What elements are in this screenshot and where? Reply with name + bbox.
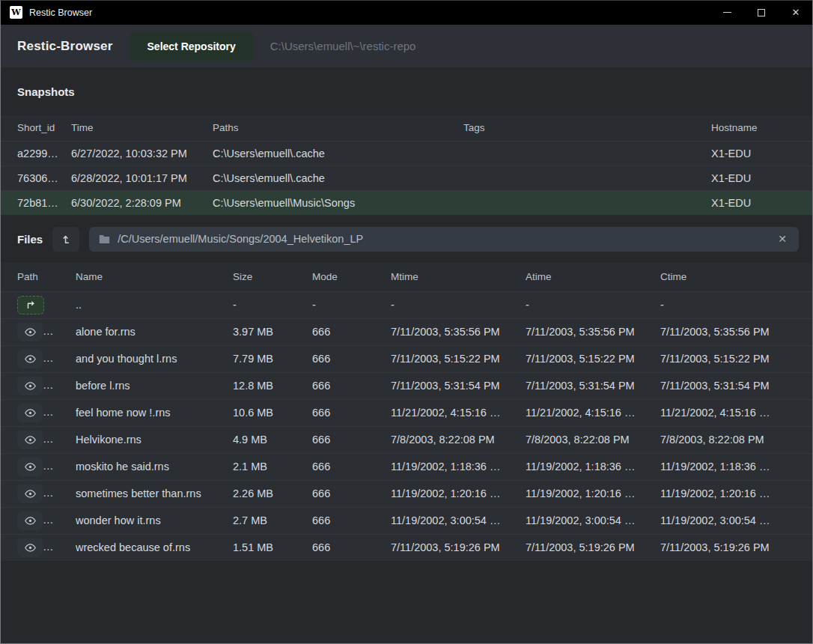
file-atime: 11/19/2002, 1:20:16 …	[526, 480, 660, 507]
parent-row-size: -	[233, 291, 312, 318]
download-icon	[57, 489, 67, 499]
go-up-button[interactable]	[17, 296, 44, 315]
file-atime: 7/11/2003, 5:35:56 PM	[526, 318, 660, 345]
eye-icon	[24, 462, 37, 472]
file-mode: 666	[312, 399, 391, 426]
files-col-ctime: Ctime	[660, 263, 812, 291]
file-mode: 666	[312, 426, 391, 453]
file-size: 2.1 MB	[233, 453, 312, 480]
preview-file-button[interactable]	[17, 404, 43, 422]
titlebar: W Restic Browser ✕	[0, 0, 813, 25]
close-icon: ✕	[792, 7, 800, 17]
snapshot-short-id: 72b813bb	[1, 190, 71, 215]
snapshot-time: 6/27/2022, 10:03:32 PM	[71, 141, 213, 165]
eye-icon	[24, 327, 37, 337]
file-ctime: 11/21/2002, 4:15:16 …	[660, 399, 812, 426]
snapshots-col-hostname: Hostname	[711, 115, 812, 141]
parent-row-atime: -	[526, 291, 660, 318]
file-mode: 666	[312, 480, 391, 507]
snapshot-row[interactable]: 72b813bb 6/30/2022, 2:28:09 PM C:\Users\…	[1, 190, 812, 215]
toolbar: Restic-Browser Select Repository C:\User…	[1, 25, 812, 67]
parent-directory-row: .. - - - - -	[1, 291, 812, 318]
file-mtime: 11/21/2002, 4:15:16 …	[391, 399, 526, 426]
preview-file-button[interactable]	[17, 350, 43, 368]
file-atime: 7/11/2003, 5:19:26 PM	[526, 534, 660, 561]
file-atime: 11/19/2002, 1:18:36 …	[526, 453, 660, 480]
file-row: sometimes better than.rns 2.26 MB 666 11…	[1, 480, 812, 507]
preview-file-button[interactable]	[17, 511, 43, 530]
snapshot-row[interactable]: a2299af6 6/27/2022, 10:03:32 PM C:\Users…	[1, 141, 812, 165]
snapshots-section-header: Snapshots	[1, 67, 812, 115]
files-table: Path Name Size Mode Mtime Atime Ctime	[1, 263, 812, 561]
file-ctime: 11/19/2002, 1:18:36 …	[660, 453, 812, 480]
snapshots-col-short-id: Short_id	[1, 115, 71, 141]
preview-file-button[interactable]	[17, 484, 43, 503]
file-mtime: 7/11/2003, 5:15:22 PM	[391, 345, 526, 372]
eye-icon	[24, 408, 37, 418]
preview-file-button[interactable]	[17, 458, 43, 476]
file-mode: 666	[312, 372, 391, 399]
snapshot-paths: C:\Users\emuell\Music\Songs	[213, 190, 463, 215]
preview-file-button[interactable]	[17, 431, 43, 449]
eye-icon	[24, 543, 37, 553]
file-atime: 11/21/2002, 4:15:16 …	[526, 399, 660, 426]
parent-row-name: ..	[76, 291, 233, 318]
download-icon	[57, 435, 67, 445]
snapshot-short-id: 76306869	[1, 165, 71, 190]
files-header-row: Path Name Size Mode Mtime Atime Ctime	[1, 263, 812, 291]
file-mode: 666	[312, 318, 391, 345]
preview-file-button[interactable]	[17, 538, 43, 557]
maximize-button[interactable]	[744, 0, 779, 25]
download-icon	[57, 516, 67, 526]
snapshot-short-id: a2299af6	[1, 141, 71, 165]
close-button[interactable]: ✕	[779, 0, 813, 25]
file-ctime: 7/11/2003, 5:19:26 PM	[660, 534, 812, 561]
files-col-name: Name	[76, 263, 233, 291]
file-mtime: 11/19/2002, 3:00:54 …	[391, 507, 526, 534]
parent-row-mode: -	[312, 291, 391, 318]
snapshots-header-row: Short_id Time Paths Tags Hostname	[1, 115, 812, 141]
download-icon	[57, 327, 67, 337]
current-path-value: /C/Users/emuell/Music/Songs/2004_Helveti…	[118, 233, 767, 245]
parent-directory-button[interactable]	[52, 227, 79, 252]
file-row: alone for.rns 3.97 MB 666 7/11/2003, 5:3…	[1, 318, 812, 345]
file-mtime: 7/8/2003, 8:22:08 PM	[391, 426, 526, 453]
clear-path-icon[interactable]: ✕	[775, 231, 790, 246]
up-arrow-icon	[61, 234, 72, 245]
preview-file-button[interactable]	[17, 377, 43, 395]
snapshot-paths: C:\Users\emuell\.cache	[213, 141, 463, 165]
file-size: 2.26 MB	[233, 480, 312, 507]
preview-file-button[interactable]	[17, 323, 43, 341]
file-row: and you thought l.rns 7.79 MB 666 7/11/2…	[1, 345, 812, 372]
file-mtime: 7/11/2003, 5:35:56 PM	[391, 318, 526, 345]
window-controls: ✕	[710, 0, 813, 25]
file-ctime: 7/11/2003, 5:15:22 PM	[660, 345, 812, 372]
snapshots-table: Short_id Time Paths Tags Hostname a2299a…	[1, 115, 812, 215]
file-mtime: 11/19/2002, 1:20:16 …	[391, 480, 526, 507]
snapshot-hostname: X1-EDU	[711, 190, 812, 215]
minimize-button[interactable]	[710, 0, 744, 25]
file-size: 1.51 MB	[233, 534, 312, 561]
file-mtime: 7/11/2003, 5:31:54 PM	[391, 372, 526, 399]
files-col-path: Path	[1, 263, 76, 291]
file-mtime: 11/19/2002, 1:18:36 …	[391, 453, 526, 480]
snapshot-row[interactable]: 76306869 6/28/2022, 10:01:17 PM C:\Users…	[1, 165, 812, 190]
file-atime: 7/11/2003, 5:15:22 PM	[526, 345, 660, 372]
current-path-input[interactable]: /C/Users/emuell/Music/Songs/2004_Helveti…	[89, 227, 799, 252]
snapshot-hostname: X1-EDU	[711, 165, 812, 190]
snapshot-tags	[463, 165, 711, 190]
snapshot-time: 6/30/2022, 2:28:09 PM	[71, 190, 213, 215]
minimize-icon	[723, 12, 731, 13]
eye-icon	[24, 381, 37, 391]
files-col-mtime: Mtime	[391, 263, 526, 291]
select-repository-button[interactable]: Select Repository	[130, 32, 254, 61]
files-col-atime: Atime	[526, 263, 660, 291]
file-size: 10.6 MB	[233, 399, 312, 426]
files-col-size: Size	[233, 263, 312, 291]
eye-icon	[24, 354, 37, 364]
snapshot-paths: C:\Users\emuell\.cache	[213, 165, 463, 190]
corner-up-right-arrow-icon	[25, 300, 36, 310]
file-ctime: 11/19/2002, 3:00:54 …	[660, 507, 812, 534]
window-title: Restic Browser	[29, 7, 92, 18]
file-size: 7.79 MB	[233, 345, 312, 372]
